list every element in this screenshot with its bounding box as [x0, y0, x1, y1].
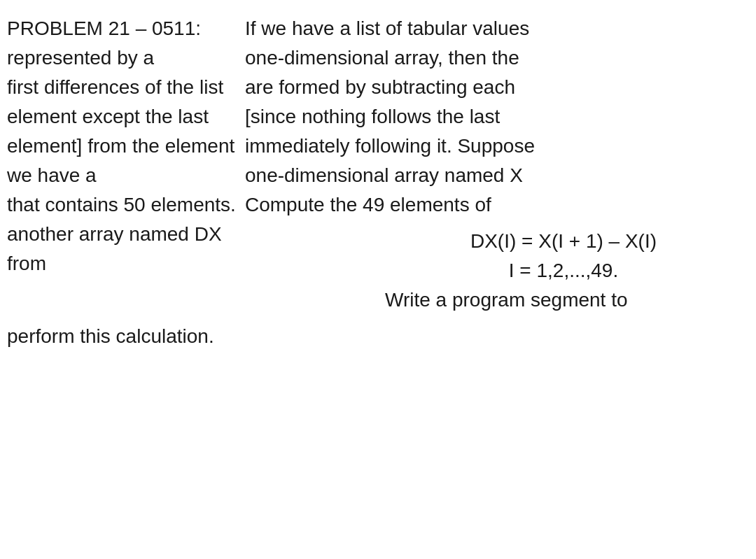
row-7-left: that contains 50 elements. [7, 190, 245, 220]
row-1: PROBLEM 21 – 0511: If we have a list of … [7, 14, 742, 43]
text-line1-right: If we have a list of tabular values [245, 17, 529, 39]
problem-header: PROBLEM 21 – 0511: [7, 17, 201, 39]
text-we-have: we have a [7, 164, 97, 186]
row-8: another array named DX from DX(I) = X(I … [7, 220, 742, 322]
row-2: represented by a one-dimensional array, … [7, 43, 742, 73]
row-2-right: one-dimensional array, then the [245, 43, 742, 73]
text-contains-50: that contains 50 elements. [7, 194, 236, 215]
row-9-left: perform this calculation. [7, 322, 245, 351]
row-2-left: represented by a [7, 43, 245, 73]
row-3-right: are formed by subtracting each [245, 73, 742, 102]
text-element-from: element] from the element [7, 135, 234, 157]
row-9: perform this calculation. [7, 322, 742, 351]
row-4-left: element except the last [7, 102, 245, 132]
formula-line-1: DX(I) = X(I + 1) – X(I) [385, 227, 742, 256]
text-line11-right: one-dimensional array named X [245, 164, 523, 186]
row-1-right: If we have a list of tabular values [245, 14, 742, 43]
main-content: PROBLEM 21 – 0511: If we have a list of … [7, 14, 742, 351]
row-6-right: one-dimensional array named X [245, 161, 742, 190]
text-line13-right: Compute the 49 elements of [245, 194, 491, 215]
row-8-right: DX(I) = X(I + 1) – X(I) I = 1,2,...,49. … [245, 220, 742, 322]
text-element-except: element except the last [7, 106, 209, 127]
row-5-left: element] from the element [7, 132, 245, 161]
row-5-right: immediately following it. Suppose [245, 132, 742, 161]
row-3-left: first differences of the list [7, 73, 245, 102]
formula-line-3: Write a program segment to [385, 285, 742, 315]
row-6-left: we have a [7, 161, 245, 190]
text-array-dx: another array named DX from [7, 223, 222, 274]
row-7-right: Compute the 49 elements of [245, 190, 742, 220]
row-3: first differences of the list are formed… [7, 73, 742, 102]
formula-line-2: I = 1,2,...,49. [385, 256, 742, 285]
text-line5-right: are formed by subtracting each [245, 76, 515, 98]
row-4-right: [since nothing follows the last [245, 102, 742, 132]
formula-block: DX(I) = X(I + 1) – X(I) I = 1,2,...,49. … [245, 227, 742, 315]
row-7: that contains 50 elements. Compute the 4… [7, 190, 742, 220]
text-line9-right: immediately following it. Suppose [245, 135, 535, 157]
row-6: we have a one-dimensional array named X [7, 161, 742, 190]
row-4: element except the last [since nothing f… [7, 102, 742, 132]
text-first-differences: first differences of the list [7, 76, 223, 98]
text-represented: represented by a [7, 47, 154, 69]
row-9-right [245, 322, 742, 351]
text-perform: perform this calculation. [7, 325, 214, 347]
row-1-left: PROBLEM 21 – 0511: [7, 14, 245, 43]
text-line3-right: one-dimensional array, then the [245, 47, 519, 69]
row-8-left: another array named DX from [7, 220, 245, 322]
row-5: element] from the element immediately fo… [7, 132, 742, 161]
text-line7-right: [since nothing follows the last [245, 106, 500, 127]
